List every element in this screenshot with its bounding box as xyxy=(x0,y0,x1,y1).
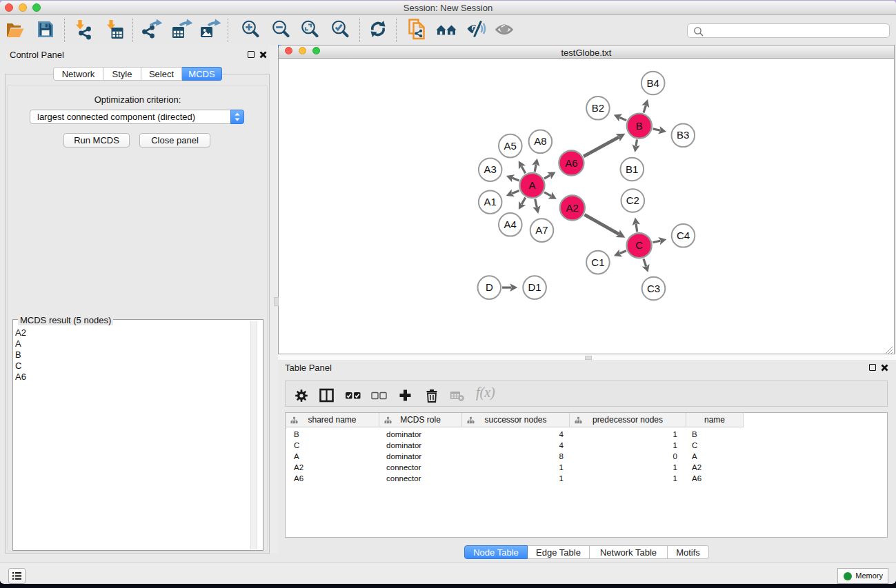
svg-text:A: A xyxy=(528,179,535,191)
svg-text:B: B xyxy=(636,120,643,132)
svg-text:A6: A6 xyxy=(565,157,577,169)
svg-text:C: C xyxy=(635,239,643,251)
svg-text:A7: A7 xyxy=(535,224,548,236)
svg-text:D1: D1 xyxy=(528,281,541,293)
svg-text:C1: C1 xyxy=(591,256,604,268)
svg-text:B4: B4 xyxy=(647,77,659,89)
svg-text:C2: C2 xyxy=(626,194,639,206)
svg-text:B3: B3 xyxy=(677,129,689,141)
svg-text:C3: C3 xyxy=(647,283,660,294)
svg-text:C4: C4 xyxy=(677,230,690,241)
svg-text:B1: B1 xyxy=(626,163,638,175)
svg-text:A8: A8 xyxy=(534,135,546,147)
svg-text:D: D xyxy=(486,281,493,293)
svg-text:A1: A1 xyxy=(484,196,497,207)
svg-text:A2: A2 xyxy=(566,202,579,214)
svg-text:A4: A4 xyxy=(504,219,517,230)
svg-text:B2: B2 xyxy=(592,102,604,114)
svg-text:A5: A5 xyxy=(504,140,517,152)
svg-text:A3: A3 xyxy=(484,163,497,175)
